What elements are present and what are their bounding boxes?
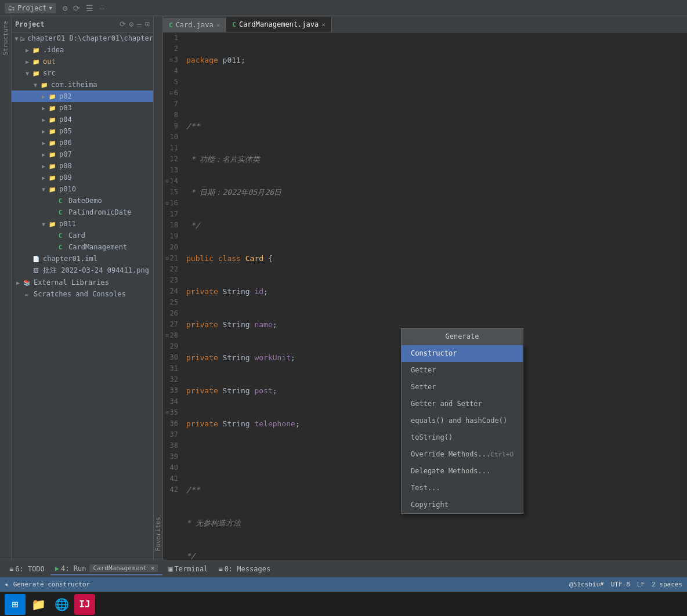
run-tab-messages[interactable]: ≡ 0: Messages bbox=[214, 563, 275, 575]
editor-tab-bar: C Card.java × C CardManagement.java × bbox=[163, 16, 687, 32]
status-watermark: @51csbiu# bbox=[569, 581, 604, 588]
tree-item-extlibs[interactable]: ▶ 📚 External Libraries bbox=[12, 277, 153, 288]
toolbar-icon2[interactable]: ⟳ bbox=[71, 2, 82, 14]
messages-icon: ≡ bbox=[218, 565, 222, 573]
tree-item-p04[interactable]: ▶ 📁 p04 bbox=[12, 114, 153, 125]
terminal-icon: ▣ bbox=[168, 565, 172, 573]
taskbar-intellij[interactable]: IJ bbox=[74, 594, 95, 615]
tree-item-idea[interactable]: ▶ 📁 .idea bbox=[12, 44, 153, 56]
taskbar-explorer[interactable]: 📁 bbox=[28, 594, 49, 615]
tree-item-out[interactable]: ▶ 📁 out bbox=[12, 56, 153, 67]
editor-panel: C Card.java × C CardManagement.java × 1 … bbox=[163, 16, 687, 560]
menu-item-copyright[interactable]: Copyright bbox=[402, 497, 523, 513]
project-icon: 🗂 bbox=[8, 4, 15, 12]
taskbar: ⊞ 📁 🌐 IJ bbox=[0, 592, 687, 616]
tree-item-p09[interactable]: ▶ 📁 p09 bbox=[12, 172, 153, 183]
taskbar-browser[interactable]: 🌐 bbox=[51, 594, 72, 615]
main-content: Structure Project ⟳ ⚙ — ⊡ ▼ 🗂 chapter01 … bbox=[0, 16, 687, 560]
tree-item-scratches[interactable]: ✏ Scratches and Consoles bbox=[12, 288, 153, 300]
project-label: Project bbox=[17, 4, 47, 12]
tree-item-png[interactable]: 🖼 批注 2022-03-24 094411.png bbox=[12, 264, 153, 277]
tree-item-p010[interactable]: ▼ 📁 p010 bbox=[12, 183, 153, 195]
run-name-badge: CardManagement × bbox=[89, 564, 158, 572]
sidebar-title: Project bbox=[15, 20, 45, 28]
menu-item-tostring[interactable]: toString() bbox=[402, 429, 523, 446]
menu-item-getter-setter[interactable]: Getter and Setter bbox=[402, 396, 523, 412]
menu-item-getter[interactable]: Getter bbox=[402, 362, 523, 379]
project-dropdown[interactable]: 🗂 Project ▼ bbox=[5, 3, 56, 13]
context-menu: Constructor Getter Setter Getter and Set… bbox=[401, 345, 523, 514]
status-star-icon: ★ bbox=[5, 581, 9, 588]
status-encoding: UTF-8 bbox=[611, 581, 630, 588]
todo-icon: ≡ bbox=[9, 565, 13, 573]
tree-item-p011[interactable]: ▼ 📁 p011 bbox=[12, 218, 153, 230]
tree-item-comitheima[interactable]: ▼ 📁 com.itheima bbox=[12, 79, 153, 90]
status-separator: LF bbox=[637, 581, 645, 588]
tree-item-p06[interactable]: ▶ 📁 p06 bbox=[12, 137, 153, 148]
menu-item-delegate[interactable]: Delegate Methods... bbox=[402, 463, 523, 480]
run-tab-terminal[interactable]: ▣ Terminal bbox=[164, 563, 212, 575]
sidebar: Project ⟳ ⚙ — ⊡ ▼ 🗂 chapter01 D:\chapter… bbox=[12, 16, 154, 560]
menu-item-override[interactable]: Override Methods... Ctrl+O bbox=[402, 446, 523, 463]
favorites-bar[interactable]: Favorites bbox=[154, 16, 163, 560]
run-tab-run[interactable]: ▶ 4: Run CardManagement × bbox=[50, 563, 163, 575]
line-numbers-gutter: 1 2 ⊟ 3 4 5 ⊟ 6 7 8 9 10 11 12 13 ⊟ 14 1… bbox=[163, 32, 180, 560]
status-generate-constructor: Generate constructor bbox=[13, 581, 90, 588]
tree-item-cardmanagement[interactable]: C CardManagement bbox=[12, 241, 153, 253]
tree-item-iml[interactable]: 📄 chapter01.iml bbox=[12, 253, 153, 264]
taskbar-start[interactable]: ⊞ bbox=[5, 594, 26, 615]
dropdown-arrow: ▼ bbox=[49, 5, 52, 11]
context-menu-container: Generate Constructor Getter Setter Gette… bbox=[401, 328, 523, 514]
tab-cm-close[interactable]: × bbox=[321, 21, 326, 28]
menu-item-test[interactable]: Test... bbox=[402, 480, 523, 497]
menu-item-constructor[interactable]: Constructor bbox=[402, 345, 523, 362]
project-tree: ▼ 🗂 chapter01 D:\chapter01\chapter ▶ 📁 .… bbox=[12, 32, 153, 560]
tree-item-src[interactable]: ▼ 📁 src bbox=[12, 67, 153, 79]
code-editor[interactable]: 1 2 ⊟ 3 4 5 ⊟ 6 7 8 9 10 11 12 13 ⊟ 14 1… bbox=[163, 32, 687, 560]
sidebar-sync-icon[interactable]: ⟳ bbox=[120, 20, 126, 28]
scratches-label: Scratches and Consoles bbox=[34, 290, 126, 298]
status-indent: 2 spaces bbox=[652, 581, 682, 588]
sidebar-header: Project ⟳ ⚙ — ⊡ bbox=[12, 16, 153, 32]
menu-item-equals-hashcode[interactable]: equals() and hashCode() bbox=[402, 412, 523, 429]
settings-icon[interactable]: ⚙ bbox=[60, 2, 70, 14]
tree-item-p07[interactable]: ▶ 📁 p07 bbox=[12, 148, 153, 160]
tree-item-p02[interactable]: ▶ 📁 p02 bbox=[12, 90, 153, 102]
toolbar-icon3[interactable]: ☰ bbox=[84, 2, 96, 14]
sidebar-expand-icon[interactable]: ⊡ bbox=[145, 20, 150, 28]
tree-item-card[interactable]: C Card bbox=[12, 230, 153, 241]
run-icon: ▶ bbox=[55, 564, 59, 572]
tree-item-datedemo[interactable]: C DateDemo bbox=[12, 195, 153, 206]
tab-card-close[interactable]: × bbox=[216, 21, 220, 29]
tree-item-chapter01[interactable]: ▼ 🗂 chapter01 D:\chapter01\chapter bbox=[12, 32, 153, 44]
app-container: 🗂 Project ▼ ⚙ ⟳ ☰ — Structure Project ⟳ … bbox=[0, 0, 687, 616]
left-tab-bar: Structure bbox=[0, 16, 12, 560]
run-tab-todo[interactable]: ≡ 6: TODO bbox=[5, 563, 49, 575]
tree-item-p03[interactable]: ▶ 📁 p03 bbox=[12, 102, 153, 114]
menu-item-setter[interactable]: Setter bbox=[402, 379, 523, 396]
status-right: @51csbiu# UTF-8 LF 2 spaces bbox=[569, 581, 682, 588]
toolbar-icon4[interactable]: — bbox=[97, 2, 106, 14]
tab-cardmanagement-java[interactable]: C CardManagement.java × bbox=[226, 17, 332, 32]
tab-card-java[interactable]: C Card.java × bbox=[163, 18, 226, 32]
tree-item-palindromicdate[interactable]: C PalindromicDate bbox=[12, 206, 153, 218]
sidebar-gear-icon[interactable]: ⚙ bbox=[129, 20, 134, 28]
run-bar: ≡ 6: TODO ▶ 4: Run CardManagement × ▣ Te… bbox=[0, 560, 687, 577]
structure-tab[interactable]: Structure bbox=[1, 16, 10, 60]
menu-bar: 🗂 Project ▼ ⚙ ⟳ ☰ — bbox=[0, 0, 687, 16]
context-menu-header: Generate bbox=[401, 328, 523, 345]
tree-item-p05[interactable]: ▶ 📁 p05 bbox=[12, 125, 153, 137]
sidebar-hide-icon[interactable]: — bbox=[137, 20, 142, 28]
tree-item-p08[interactable]: ▶ 📁 p08 bbox=[12, 160, 153, 172]
status-bar: ★ Generate constructor @51csbiu# UTF-8 L… bbox=[0, 577, 687, 592]
